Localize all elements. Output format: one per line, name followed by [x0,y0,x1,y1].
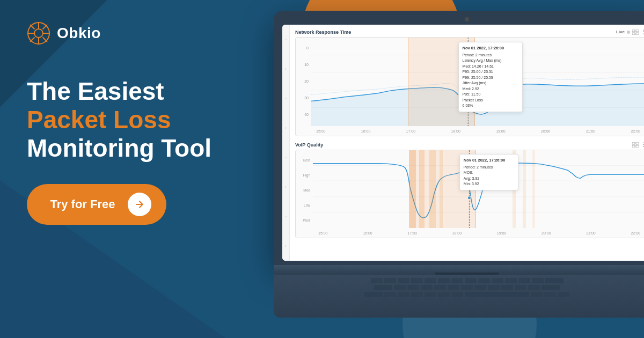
brand-name: Obkio [57,25,101,42]
voip-x-1500: 15:00 [318,231,328,235]
sidebar-arrow-4: › [285,126,287,130]
key [398,292,409,297]
key [515,285,526,290]
tooltip-packet-loss-label: Packet Loss [463,98,518,104]
key [394,285,406,290]
headline: The Easiest Packet Loss Monitoring Tool [27,77,231,163]
tooltip-p95: P95: 25.00 / 25.31 [463,69,518,75]
laptop-wrapper: › › › › › › › › [274,11,644,318]
chart2-tooltip-date: Nov 01 2022, 17:26:00 [464,157,514,163]
chart2-tooltip: Nov 01 2022, 17:26:00 Period: 2 minutes … [459,154,518,190]
voip-y-best: Best [296,158,312,162]
key [474,285,486,290]
right-panel: › › › › › › › › [258,0,644,338]
key [451,292,463,297]
key [384,278,396,283]
chart2-tooltip-mos: MOS: [464,170,514,176]
y-label-10: 10 [296,63,311,67]
voip-y-high: High [296,173,312,177]
svg-rect-22 [632,145,635,148]
headline-line2: Packet Loss [27,106,231,134]
live-label: Live [616,30,625,34]
cta-arrow-icon [128,193,151,216]
key [478,278,490,283]
sidebar-arrow-2: › [285,67,287,71]
voip-bar-3 [429,150,436,228]
key [541,285,560,290]
svg-line-9 [30,38,35,42]
screen-sidebar: › › › › › › › › [282,25,290,261]
laptop-camera [465,17,469,21]
voip-bar-1 [409,150,416,228]
voip-bar-4 [440,150,443,228]
chart2-tooltip-avg: Avg: 3.92 [464,176,514,182]
obkio-logo-icon [27,21,50,45]
key [425,278,436,283]
key [411,278,423,283]
y-label-20: 20 [296,79,311,83]
svg-rect-20 [632,142,635,144]
key [545,278,564,283]
key [374,285,392,290]
key [528,285,540,290]
x-label-2200: 22:00 [631,129,640,133]
chart2-title: VoIP Quality [295,142,323,148]
headline-line1: The Easiest [27,77,231,106]
x-label-1500: 15:00 [316,129,326,133]
x-label-2000: 20:00 [541,129,551,133]
key [425,292,436,297]
tooltip-latency: Latency Avg / Max (ms) [463,58,518,64]
tooltip-period: Period: 2 minutes [463,53,518,58]
key [488,285,500,290]
chart2-x-axis: 15:00 16:00 17:00 18:00 19:00 20:00 21:0… [313,228,644,238]
voip-bar-7 [532,150,535,228]
key [398,278,409,283]
svg-rect-12 [632,33,635,35]
key [518,278,530,283]
svg-line-6 [30,25,35,30]
laptop-keyboard [274,275,644,318]
key [438,278,450,283]
voip-y-poor: Poor [296,218,312,222]
chart2-draw: Nov 01 2022, 17:26:00 Period: 2 minutes … [313,150,644,228]
chart1-y-axis: 40 30 20 10 0 [296,38,311,125]
key [531,292,543,297]
keyboard-row-1 [293,278,641,283]
expand-icon [632,30,639,35]
laptop-screen: › › › › › › › › [282,25,644,261]
spacebar [465,292,529,297]
tooltip-jitter-p95: P95: 11.50 [463,92,518,98]
tooltip-med: Med: 14.26 / 14.61 [463,64,518,70]
svg-rect-21 [636,142,639,144]
left-panel: Obkio The Easiest Packet Loss Monitoring… [0,0,258,338]
sidebar-arrow-1: › [285,37,287,42]
tooltip-date: Nov 01 2022, 17:26:00 [463,45,518,51]
laptop-base [274,265,644,275]
chart1-section: Network Response Time Live [295,29,644,136]
laptop: › › › › › › › › [274,11,644,318]
svg-line-8 [43,25,48,30]
sidebar-arrow-7: › [285,214,287,219]
voip-x-1600: 16:00 [363,231,372,235]
headline-line3: Monitoring Tool [27,134,231,163]
sidebar-arrow-6: › [285,185,287,189]
laptop-body: › › › › › › › › [274,11,644,265]
key [364,292,383,297]
keyboard-rows [293,278,641,299]
key [505,278,517,283]
live-badge: Live [616,29,644,35]
voip-x-1800: 18:00 [452,231,462,235]
key [421,285,433,290]
options-dots: ⋮ [641,29,644,35]
voip-bar-2 [419,150,424,228]
chart1-area: 40 30 20 10 0 [295,37,644,136]
key [558,292,569,297]
tooltip-packet-loss-val: 6.03% [463,103,518,109]
cta-button[interactable]: Try for Free [27,184,166,225]
key [434,285,446,290]
key [438,292,450,297]
tooltip-jitter-med: Med: 2.92 [463,86,518,92]
chart2-section: VoIP Quality [295,142,644,238]
chart2-tooltip-min: Min: 3.92 [464,181,514,187]
key [371,278,383,283]
